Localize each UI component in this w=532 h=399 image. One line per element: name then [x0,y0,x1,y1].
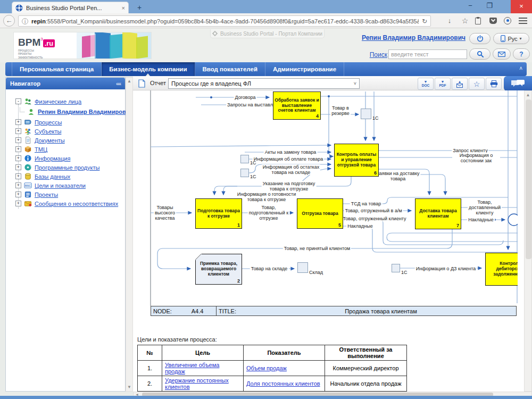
bpm-tagline: ПРОЦЕССЫ ПРОЕКТЫ ЭФФЕКТИВНОСТЬ [18,49,77,59]
diagram-viewport[interactable]: Договора Запросы на выставление счетов Т… [133,90,524,392]
expander-plus-icon[interactable]: + [15,192,21,197]
search-input[interactable] [388,49,467,59]
expander-plus-icon[interactable]: + [15,164,21,170]
help-button[interactable]: ? [513,48,530,60]
nav-indicators-input[interactable]: Ввод показателей [195,62,265,76]
scroll-down-icon[interactable]: ▼ [126,384,132,390]
process-box-6[interactable]: Контроль оплаты и управление отгрузкой т… [334,144,379,177]
content-vscrollbar[interactable]: ▲ [524,90,532,392]
flow-label: Накладные [467,217,495,222]
title-label: TITLE: [217,308,246,314]
user-profile-link[interactable]: Репин Владимир Владимирович [362,34,466,41]
export-pdf-button[interactable]: ▼ PDF [435,78,451,90]
browser-window: Business Studio Portal Pen... × + − ❐ × … [0,0,532,399]
process-icon [24,118,32,126]
nav-administration[interactable]: Администрирование [265,62,344,76]
tab-close-icon[interactable]: × [122,5,125,11]
expander-plus-icon[interactable]: + [15,137,21,143]
expander-plus-icon[interactable]: + [15,155,21,161]
new-tab-button[interactable]: + [133,3,146,12]
nav-personal-page[interactable]: Персональная страница [12,62,102,76]
process-box-5[interactable]: Отгрузка товара5 [297,198,343,229]
url-field[interactable]: i repin:5558/Portal_Kompanii/businessmod… [18,15,431,27]
tree-item-information[interactable]: + Информация [6,154,125,163]
flow-label: ТСД на товар [350,201,383,206]
process-box-7[interactable]: Доставка товара клиентам7 [415,198,461,229]
indicator-link[interactable]: Доля постоянных клиентов [246,380,320,387]
tree-item-subjects[interactable]: + Субъекты [6,127,125,136]
scroll-up-icon[interactable]: ▲ [525,92,531,98]
portal-header: BPM3.ru ПРОЦЕССЫ ПРОЕКТЫ ЭФФЕКТИВНОСТЬ B… [0,28,532,62]
url-bar: ← i repin:5558/Portal_Kompanii/businessm… [0,13,532,28]
tree-item-documents[interactable]: + Документы [6,136,125,145]
back-button[interactable]: ← [3,15,15,27]
tree-item-processes[interactable]: + Процессы [6,118,125,127]
goals-header-row: № Цель Показатель Ответственный за выпол… [138,345,407,361]
message-icon [24,200,32,207]
search-button[interactable] [469,48,491,60]
download-icon[interactable]: ↓ [444,16,455,26]
url-host: repin [31,18,46,24]
collapse-panel-icon[interactable]: «« [116,81,121,87]
report-select[interactable]: Процессы где я владелец ФЛ ˅ [168,78,360,89]
tree-item-individuals[interactable]: - Физические лица [6,97,125,106]
search-link[interactable]: Поиск [370,51,387,59]
goal-link[interactable]: Увеличение объема продаж [165,362,219,375]
logout-button[interactable] [469,33,491,44]
restore-button[interactable]: ❐ [482,0,497,13]
expander-minus-icon[interactable]: - [15,98,21,104]
goal-link[interactable]: Удержание постоянных клиентов [165,377,229,390]
tree-item-goals-indicators[interactable]: + BSC Цели и показатели [6,181,125,190]
tree-item-projects[interactable]: + Проекты [6,190,125,199]
tree-item-software[interactable]: + Программные продукты [6,163,125,172]
portal-page-tab: Business Studio Portal - Портал Компании [210,29,325,38]
indicator-link[interactable]: Объем продаж [246,365,287,371]
bookmark-star-icon[interactable]: ☆ [460,16,470,26]
comments-button[interactable] [504,76,532,91]
process-box-1[interactable]: Подготовка товара к отгрузке1 [195,198,242,229]
clipboard-icon[interactable] [475,18,481,24]
favorite-button[interactable]: ☆ [469,78,485,90]
print-button[interactable] [486,78,502,90]
process-box-4[interactable]: Обработка заявок и выставление счетов кл… [273,92,321,120]
connector-box-1c [392,264,400,272]
menu-icon[interactable] [519,18,527,24]
expander-plus-icon[interactable]: + [15,119,21,125]
sidebar-scrollbar[interactable]: ▲ ▼ [126,77,133,392]
report-doc-icon [138,79,145,88]
pocket-icon[interactable] [489,18,497,24]
connector-box-1c [240,169,249,177]
settings-icon[interactable] [504,17,511,24]
tree-item-nonconformities[interactable]: + Сообщения о несоответствиях [6,199,125,208]
expander-plus-icon[interactable]: + [15,173,21,179]
expander-plus-icon[interactable]: + [15,128,21,134]
close-button[interactable]: × [511,0,532,13]
tree-item-tmc[interactable]: + ТМЦ [6,145,125,154]
report-label: Отчет [150,80,166,86]
goals-table: № Цель Показатель Ответственный за выпол… [137,345,407,392]
tree-item-repin[interactable]: Репин Владимир Владимирович [6,106,125,118]
browser-tab[interactable]: Business Studio Portal Pen... × [12,2,129,13]
nav-chevron-up-icon[interactable]: ˄ [519,65,522,71]
expander-plus-icon[interactable]: + [15,182,21,188]
send-mail-button[interactable]: ▲ [452,78,468,90]
minimize-button[interactable]: − [463,0,478,13]
flow-label: Товар, отгруженный клиенту [342,216,407,221]
process-box-2[interactable]: Приемка товара, возвращаемого клиентом2 [195,254,242,285]
mail-button[interactable] [493,48,511,60]
reload-icon[interactable]: ↻ [422,18,427,25]
vscroll-thumb[interactable] [526,99,531,259]
flow-label: Информация об остатках товара на складе [262,164,320,175]
nav-business-model[interactable]: Бизнес-модель компании [102,62,195,76]
flow-label: Информация о состоянии зак [452,153,500,163]
site-info-icon[interactable]: i [22,18,28,24]
main-nav: Персональная страница Бизнес-модель комп… [5,62,527,76]
export-doc-button[interactable]: ▼ DOC [418,78,434,90]
expander-plus-icon[interactable]: + [15,146,21,152]
language-selector[interactable]: Рус ▾ [493,33,529,44]
expander-plus-icon[interactable]: + [15,201,21,206]
goals-caption: Цели и показатели процесса: [137,336,217,343]
url-path: :5558/Portal_Kompanii/businessmodel.php?… [46,18,419,24]
tree-item-databases[interactable]: + Базы данных [6,172,125,181]
scroll-up-icon[interactable]: ▲ [126,78,132,85]
